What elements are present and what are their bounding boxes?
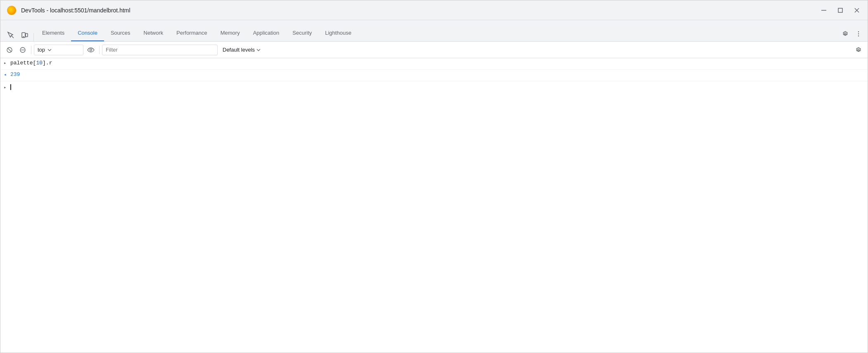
- filter-input[interactable]: [102, 45, 218, 55]
- console-input-line[interactable]: ▸: [0, 81, 868, 93]
- svg-point-8: [858, 31, 859, 32]
- tabs-bar: Elements Console Sources Network Perform…: [0, 20, 868, 42]
- entry-arrow-left-1: ◂: [4, 71, 10, 77]
- default-levels-button[interactable]: Default levels: [219, 45, 264, 55]
- tab-application[interactable]: Application: [247, 25, 286, 41]
- tab-performance[interactable]: Performance: [170, 25, 213, 41]
- settings-button[interactable]: [840, 28, 851, 40]
- entry-index-1: 10: [36, 60, 43, 66]
- svg-line-4: [11, 36, 14, 38]
- svg-point-15: [90, 49, 92, 51]
- live-expressions-button[interactable]: [85, 44, 97, 56]
- input-prompt-arrow: ▸: [4, 85, 10, 90]
- context-selector-value: top: [38, 47, 45, 53]
- entry-text-1: palette[10].r: [10, 60, 52, 66]
- tab-lighthouse[interactable]: Lighthouse: [318, 25, 358, 41]
- tab-elements[interactable]: Elements: [36, 25, 71, 41]
- entry-arrow-right-1: ▸: [4, 60, 10, 66]
- title-bar: DevTools - localhost:5501/mandelbrot.htm…: [0, 0, 868, 20]
- inspect-element-button[interactable]: [4, 29, 18, 41]
- more-menu-button[interactable]: [853, 28, 864, 40]
- devtools-logo-icon: [7, 6, 16, 15]
- console-entry-input-1: ▸ palette[10].r: [0, 58, 868, 70]
- console-entry-output-1: ◂ 239: [0, 70, 868, 81]
- tab-security[interactable]: Security: [286, 25, 318, 41]
- clear-console-button[interactable]: [4, 44, 15, 56]
- minimize-button[interactable]: [820, 6, 828, 14]
- svg-point-10: [858, 36, 859, 36]
- tab-console[interactable]: Console: [71, 25, 104, 41]
- context-selector[interactable]: top: [34, 45, 83, 55]
- tab-memory[interactable]: Memory: [214, 25, 247, 41]
- console-cursor: [10, 84, 11, 90]
- toolbar-divider: [33, 33, 34, 41]
- close-button[interactable]: [853, 6, 861, 14]
- console-content[interactable]: ▸ palette[10].r ◂ 239 ▸: [0, 58, 868, 353]
- maximize-button[interactable]: [836, 6, 844, 14]
- svg-rect-1: [838, 8, 842, 12]
- window-title: DevTools - localhost:5501/mandelbrot.htm…: [21, 7, 815, 14]
- levels-label: Default levels: [223, 47, 255, 53]
- tabs-right-controls: [840, 28, 864, 41]
- entry-value-1: 239: [10, 71, 20, 78]
- tab-network[interactable]: Network: [137, 25, 170, 41]
- console-divider-1: [31, 46, 31, 54]
- console-settings-button[interactable]: [853, 44, 864, 56]
- no-entry-button[interactable]: [17, 44, 28, 56]
- devtools-window: DevTools - localhost:5501/mandelbrot.htm…: [0, 0, 868, 353]
- svg-point-9: [858, 33, 859, 34]
- tab-sources[interactable]: Sources: [104, 25, 137, 41]
- window-controls: [820, 6, 861, 14]
- device-toolbar-button[interactable]: [18, 29, 32, 41]
- svg-rect-6: [26, 33, 28, 37]
- console-divider-2: [99, 46, 100, 54]
- console-toolbar: top Default levels: [0, 42, 868, 58]
- svg-line-12: [8, 48, 11, 52]
